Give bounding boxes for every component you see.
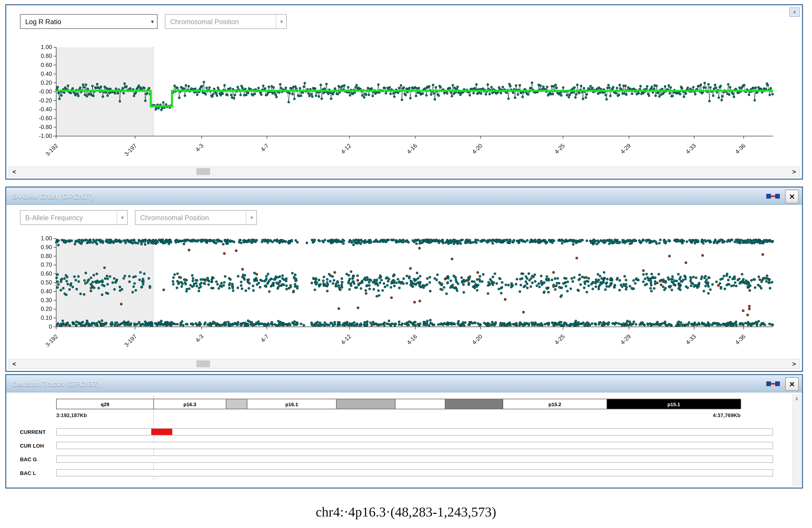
scrollbar-track[interactable] xyxy=(19,167,789,176)
svg-text:0: 0 xyxy=(49,323,52,330)
svg-text:0.60: 0.60 xyxy=(41,270,52,277)
horizontal-scrollbar: < > xyxy=(9,359,800,369)
svg-text:4-16: 4-16 xyxy=(406,333,418,346)
svg-text:4-20: 4-20 xyxy=(471,333,483,346)
y-axis-dropdown-label: Log R Ratio xyxy=(25,17,61,26)
x-axis-dropdown[interactable]: Chromosomal Position ▾ xyxy=(165,14,287,29)
b-allele-titlebar[interactable]: B-Allele Chart (GRCh37) xyxy=(6,187,802,205)
track-label: BAC G xyxy=(20,457,54,462)
scroll-left-arrow[interactable]: < xyxy=(9,360,19,368)
decision-tracks: CURRENTCUR LOHBAC GBAC L xyxy=(6,393,802,487)
svg-text:0.70: 0.70 xyxy=(41,262,52,268)
chevron-down-icon: ▾ xyxy=(246,211,253,224)
x-axis-dropdown-label: Chromosomal Position xyxy=(140,214,209,222)
svg-text:-0.40: -0.40 xyxy=(39,106,52,112)
svg-text:0.20: 0.20 xyxy=(41,305,52,312)
scroll-right-arrow[interactable]: > xyxy=(789,168,799,175)
panel-title: B-Allele Chart (GRCh37) xyxy=(13,192,93,200)
svg-text:3-197: 3-197 xyxy=(123,333,138,348)
close-button[interactable]: × xyxy=(785,189,799,203)
svg-text:0.20: 0.20 xyxy=(41,80,52,86)
chevron-down-icon: ▾ xyxy=(117,211,124,224)
svg-text:-0.00: -0.00 xyxy=(39,88,52,95)
svg-text:0.80: 0.80 xyxy=(41,53,52,59)
figure: 1.000.800.600.400.20-0.00-0.20-0.40-0.60… xyxy=(0,0,812,528)
svg-text:3-192: 3-192 xyxy=(44,142,59,157)
svg-text:0.40: 0.40 xyxy=(41,71,52,77)
y-axis-dropdown[interactable]: Log R Ratio ▾ xyxy=(20,14,158,29)
b-allele-chart-panel: 1.000.900.800.700.600.500.400.300.200.10… xyxy=(5,187,803,372)
svg-text:4-29: 4-29 xyxy=(619,142,632,155)
svg-text:4-7: 4-7 xyxy=(260,333,270,343)
dock-icon[interactable] xyxy=(766,194,780,200)
svg-text:4-36: 4-36 xyxy=(734,333,746,346)
svg-text:4-36: 4-36 xyxy=(734,142,746,155)
svg-text:3-197: 3-197 xyxy=(123,142,138,157)
svg-text:4-25: 4-25 xyxy=(553,142,566,155)
track-row-current xyxy=(56,428,773,436)
track-label: CURRENT xyxy=(20,429,54,435)
vertical-scrollbar[interactable]: ∧ xyxy=(793,395,801,486)
figure-caption: chr4:·4p16.3·(48,283-1,243,573) xyxy=(0,504,812,520)
scroll-right-arrow[interactable]: > xyxy=(789,360,799,368)
svg-text:-0.60: -0.60 xyxy=(39,115,52,121)
svg-text:0.30: 0.30 xyxy=(41,297,52,303)
scroll-up-arrow[interactable]: ∧ xyxy=(795,396,798,401)
svg-text:0.50: 0.50 xyxy=(41,279,52,286)
cnv-call-marker[interactable] xyxy=(151,429,173,435)
svg-text:0.90: 0.90 xyxy=(41,244,52,250)
horizontal-scrollbar: < > xyxy=(9,167,800,176)
scrollbar-track[interactable] xyxy=(19,359,789,368)
chevron-down-icon: ▾ xyxy=(147,18,154,25)
scrollbar-thumb[interactable] xyxy=(197,168,210,175)
track-row-bac-g xyxy=(56,456,773,463)
svg-text:-0.20: -0.20 xyxy=(39,97,52,103)
y-axis-dropdown[interactable]: B-Allele Frequency ▾ xyxy=(20,210,128,225)
x-axis-dropdown-label: Chromosomal Position xyxy=(170,17,239,26)
chevron-down-icon: ▾ xyxy=(276,15,283,28)
svg-text:4-12: 4-12 xyxy=(339,333,352,346)
svg-text:4-3: 4-3 xyxy=(194,142,205,153)
svg-text:4-25: 4-25 xyxy=(553,333,566,346)
close-button[interactable]: × xyxy=(785,377,799,391)
svg-text:4-12: 4-12 xyxy=(339,142,352,155)
decision-tracks-titlebar[interactable]: Decision Tracks (GRCh37) xyxy=(6,375,802,393)
svg-text:4-33: 4-33 xyxy=(684,142,697,155)
track-row-bac-l xyxy=(56,469,773,476)
svg-text:0.80: 0.80 xyxy=(41,253,52,259)
svg-text:4-16: 4-16 xyxy=(406,142,418,155)
scrollbar-thumb[interactable] xyxy=(197,360,210,367)
svg-text:4-33: 4-33 xyxy=(684,333,697,346)
track-row-cur-loh xyxy=(56,442,773,449)
track-label: CUR LOH xyxy=(20,443,54,449)
decision-tracks-panel: Decision Tracks (GRCh37) × q29p16.3p16.1… xyxy=(5,374,803,488)
svg-text:4-29: 4-29 xyxy=(619,333,632,346)
scroll-up-icon[interactable]: ∧ xyxy=(789,8,800,17)
dock-icon-glyph xyxy=(766,381,780,387)
panel-title: Decision Tracks (GRCh37) xyxy=(13,380,99,387)
svg-text:4-7: 4-7 xyxy=(260,142,270,153)
scroll-left-arrow[interactable]: < xyxy=(9,168,19,175)
dock-icon-glyph xyxy=(766,194,780,200)
svg-text:1.00: 1.00 xyxy=(41,44,52,50)
svg-text:4-3: 4-3 xyxy=(194,333,205,343)
svg-text:-0.80: -0.80 xyxy=(39,124,52,130)
dock-icon[interactable] xyxy=(766,381,780,387)
y-axis-dropdown-label: B-Allele Frequency xyxy=(25,214,83,222)
svg-text:1.00: 1.00 xyxy=(41,235,52,241)
svg-text:4-20: 4-20 xyxy=(471,142,483,155)
svg-text:0.60: 0.60 xyxy=(41,62,52,68)
svg-text:0.10: 0.10 xyxy=(41,314,52,321)
x-axis-dropdown[interactable]: Chromosomal Position ▾ xyxy=(135,210,257,225)
svg-text:-1.00: -1.00 xyxy=(39,133,52,139)
track-label: BAC L xyxy=(20,470,54,476)
svg-text:0.40: 0.40 xyxy=(41,288,52,295)
svg-text:3-192: 3-192 xyxy=(44,333,59,348)
log-r-ratio-panel: 1.000.800.600.400.20-0.00-0.20-0.40-0.60… xyxy=(5,4,803,180)
